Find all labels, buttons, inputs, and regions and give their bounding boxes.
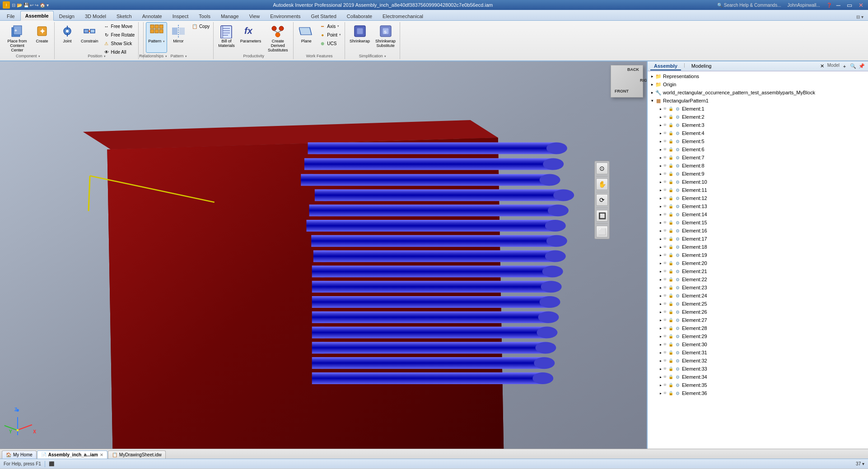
slice-button[interactable]: ⬜ (596, 226, 608, 237)
tree-lock[interactable]: 🔒 (668, 350, 674, 355)
tree-item-element28[interactable]: ▸ 👁 🔒 ⚙ Element:28 (648, 324, 868, 332)
tree-item-element18[interactable]: ▸ 👁 🔒 ⚙ Element:18 (648, 243, 868, 251)
ribbon-display-btn[interactable]: ⊟ ▾ (854, 14, 866, 20)
tree-visibility[interactable]: 👁 (663, 391, 668, 395)
tree-visibility[interactable]: 👁 (663, 237, 668, 241)
tree-item-element24[interactable]: ▸ 👁 🔒 ⚙ Element:24 (648, 292, 868, 300)
viewcube-face[interactable]: FRONT RIGHT BACK (611, 65, 643, 98)
tree-arrow[interactable]: ▸ (658, 228, 663, 233)
copy-button[interactable]: 📋 Copy (190, 22, 211, 30)
tree-arrow[interactable]: ▸ (658, 277, 663, 282)
tree-lock[interactable]: 🔒 (668, 220, 674, 225)
create-component-button[interactable]: ✦ Create (32, 22, 52, 53)
tree-item-element21[interactable]: ▸ 👁 🔒 ⚙ Element:21 (648, 267, 868, 275)
tab-electromechanical[interactable]: Electromechanical (378, 11, 428, 20)
tree-item-element9[interactable]: ▸ 👁 🔒 ⚙ Element:9 (648, 170, 868, 178)
tree-item-element31[interactable]: ▸ 👁 🔒 ⚙ Element:31 (648, 348, 868, 357)
show-sick-button[interactable]: ⚠ Show Sick (102, 39, 137, 47)
tree-item-element1[interactable]: ▸ 👁 🔒 ⚙ Element:1 (648, 105, 868, 113)
axis-button[interactable]: ━ Axis ▾ (317, 22, 343, 30)
model-tree[interactable]: ▸ 📁 Representations ▸ 📁 Origin ▸ 🔧 world… (648, 71, 868, 449)
tree-visibility[interactable]: 👁 (663, 253, 668, 257)
tree-lock[interactable]: 🔒 (668, 269, 674, 274)
tree-visibility[interactable]: 👁 (663, 131, 668, 135)
tree-item-element23[interactable]: ▸ 👁 🔒 ⚙ Element:23 (648, 283, 868, 292)
tree-arrow[interactable]: ▸ (658, 366, 663, 371)
tree-item-element16[interactable]: ▸ 👁 🔒 ⚙ Element:16 (648, 227, 868, 235)
tree-visibility[interactable]: 👁 (663, 367, 668, 371)
tree-arrow[interactable]: ▸ (658, 147, 663, 152)
tree-item-element8[interactable]: ▸ 👁 🔒 ⚙ Element:8 (648, 162, 868, 170)
tree-lock[interactable]: 🔒 (668, 237, 674, 241)
mirror-button[interactable]: Mirror (168, 22, 189, 53)
tree-visibility[interactable]: 👁 (663, 383, 668, 387)
tree-visibility[interactable]: 👁 (663, 196, 668, 200)
tree-lock[interactable]: 🔒 (668, 163, 674, 168)
doc-tab-drawing[interactable]: 📋 MyDrawingSheet.idw (108, 450, 166, 459)
tree-visibility[interactable]: 👁 (663, 180, 668, 184)
tree-lock[interactable]: 🔒 (668, 334, 674, 339)
tree-arrow[interactable]: ▸ (658, 309, 663, 315)
tree-arrow[interactable]: ▸ (658, 317, 663, 323)
tree-visibility[interactable]: 👁 (663, 220, 668, 225)
pan-button[interactable]: ✋ (596, 178, 608, 190)
tree-arrow[interactable]: ▸ (658, 252, 663, 258)
tree-visibility[interactable]: 👁 (663, 350, 668, 355)
tree-lock[interactable]: 🔒 (668, 196, 674, 200)
tab-inspect[interactable]: Inspect (168, 11, 193, 20)
tree-visibility[interactable]: 👁 (663, 293, 668, 298)
bill-of-materials-button[interactable]: Bill ofMaterials (216, 22, 237, 53)
constrain-button[interactable]: Constrain (79, 22, 101, 53)
ucs-button[interactable]: ⊕ UCS (317, 39, 343, 47)
tree-arrow[interactable]: ▸ (658, 358, 663, 363)
tab-modeling[interactable]: Modeling (688, 62, 715, 70)
tree-lock[interactable]: 🔒 (668, 172, 674, 176)
tree-item-element36[interactable]: ▸ 👁 🔒 ⚙ Element:36 (648, 389, 868, 397)
tree-lock[interactable]: 🔒 (668, 180, 674, 184)
tree-visibility[interactable]: 👁 (663, 245, 668, 249)
tree-lock[interactable]: 🔒 (668, 155, 674, 160)
tree-lock[interactable]: 🔒 (668, 302, 674, 306)
tree-arrow[interactable]: ▸ (658, 163, 663, 168)
tree-visibility[interactable]: 👁 (663, 188, 668, 192)
tree-lock[interactable]: 🔒 (668, 293, 674, 298)
tree-arrow[interactable]: ▸ (658, 220, 663, 225)
tree-item-representations[interactable]: ▸ 📁 Representations (648, 72, 868, 80)
tree-lock[interactable]: 🔒 (668, 123, 674, 127)
tree-arrow[interactable]: ▸ (658, 204, 663, 209)
orbit-button[interactable]: ⟳ (596, 194, 608, 206)
tree-arrow[interactable]: ▸ (658, 382, 663, 388)
tree-lock[interactable]: 🔒 (668, 391, 674, 395)
shrinkwrap-substitute-button[interactable]: S ShrinkwrapSubstitute (373, 22, 398, 53)
tree-lock[interactable]: 🔒 (668, 245, 674, 249)
tree-visibility[interactable]: 👁 (663, 139, 668, 144)
tree-arrow[interactable]: ▸ (658, 244, 663, 250)
tree-lock[interactable]: 🔒 (668, 253, 674, 257)
panel-pin-button[interactable]: 📌 (858, 63, 865, 70)
close-button[interactable]: ✕ (857, 2, 865, 9)
tab-annotate[interactable]: Annotate (137, 11, 167, 20)
zoom-extents-button[interactable]: ⊙ (596, 163, 608, 174)
tree-arrow[interactable]: ▸ (658, 114, 663, 120)
tree-item-element5[interactable]: ▸ 👁 🔒 ⚙ Element:5 (648, 137, 868, 145)
tree-lock[interactable]: 🔒 (668, 383, 674, 387)
tab-tools[interactable]: Tools (194, 11, 215, 20)
tree-item-element35[interactable]: ▸ 👁 🔒 ⚙ Element:35 (648, 381, 868, 389)
tree-visibility[interactable]: 👁 (663, 302, 668, 306)
tab-file[interactable]: File (2, 11, 20, 20)
tree-lock[interactable]: 🔒 (668, 367, 674, 371)
free-move-button[interactable]: ↔ Free Move (102, 22, 137, 30)
tree-lock[interactable]: 🔒 (668, 115, 674, 119)
tree-lock[interactable]: 🔒 (668, 204, 674, 209)
tree-arrow[interactable]: ▸ (658, 187, 663, 193)
tree-arrow[interactable]: ▸ (658, 325, 663, 331)
tree-arrow[interactable]: ▸ (658, 269, 663, 274)
tree-lock[interactable]: 🔒 (668, 131, 674, 135)
tree-lock[interactable]: 🔒 (668, 147, 674, 152)
tree-item-element33[interactable]: ▸ 👁 🔒 ⚙ Element:33 (648, 365, 868, 373)
tree-lock[interactable]: 🔒 (668, 228, 674, 233)
tree-arrow[interactable]: ▸ (658, 350, 663, 355)
tree-item-element30[interactable]: ▸ 👁 🔒 ⚙ Element:30 (648, 340, 868, 348)
tree-visibility[interactable]: 👁 (663, 342, 668, 347)
panel-close-button[interactable]: ✕ (819, 63, 826, 70)
